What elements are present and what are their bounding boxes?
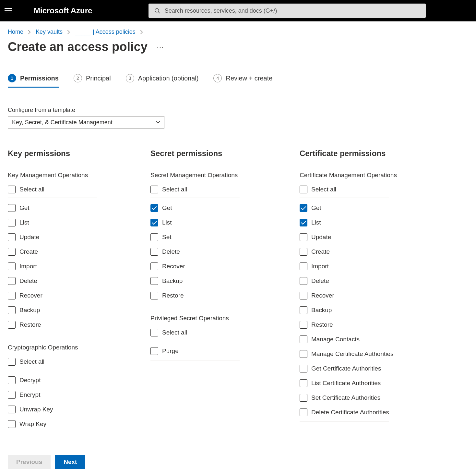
key-perm-checkbox[interactable] (8, 391, 16, 399)
cert-perm-checkbox[interactable] (300, 292, 307, 299)
secret-perm-row: Restore (150, 288, 249, 303)
secret-perm-checkbox[interactable] (150, 248, 158, 256)
cert-perm-checkbox[interactable] (300, 219, 307, 226)
key-perm-checkbox[interactable] (8, 219, 16, 226)
cert-perm-checkbox[interactable] (300, 262, 307, 270)
key-perm-checkbox[interactable] (8, 406, 16, 413)
svg-point-0 (155, 8, 159, 12)
wizard-step-2[interactable]: 2Principal (74, 74, 111, 87)
top-bar: Microsoft Azure (0, 0, 476, 21)
chevron-right-icon (28, 30, 31, 34)
key-perm-checkbox[interactable] (8, 233, 16, 241)
cert-perm-label: Update (311, 234, 331, 241)
wizard-step-1[interactable]: 1Permissions (8, 74, 59, 87)
secret-perm-label: Set (162, 234, 172, 241)
key-perm-row: Get (8, 201, 107, 215)
template-label: Configure from a template (8, 107, 468, 114)
step-number-icon: 4 (213, 74, 222, 82)
cert-perm-checkbox[interactable] (300, 248, 307, 256)
cert-perm-checkbox[interactable] (300, 233, 307, 241)
key-perm-label: Create (19, 248, 38, 255)
secret-perm-checkbox[interactable] (150, 262, 158, 270)
key-select-all-row: Select all (8, 183, 97, 198)
key-perm-checkbox[interactable] (8, 204, 16, 212)
wizard-step-4[interactable]: 4Review + create (213, 74, 272, 87)
cert-perm-checkbox[interactable] (300, 365, 307, 372)
secret-select-all-checkbox[interactable] (150, 329, 158, 336)
secret-perm-row: Get (150, 201, 249, 215)
key-perm-row: Recover (8, 288, 107, 303)
select-all-label: Select all (162, 186, 187, 193)
cert-perm-checkbox[interactable] (300, 321, 307, 329)
secret-perm-row: Backup (150, 274, 249, 288)
search-input[interactable] (165, 7, 420, 14)
key-perm-checkbox[interactable] (8, 248, 16, 256)
key-permissions-heading: Key permissions (8, 149, 150, 158)
key-perm-label: Recover (19, 292, 42, 299)
certificate-permissions-heading: Certificate permissions (300, 149, 449, 158)
template-select[interactable]: Key, Secret, & Certificate Management (8, 116, 164, 128)
key-perm-label: Backup (19, 307, 40, 314)
key-perm-checkbox[interactable] (8, 420, 16, 428)
previous-button[interactable]: Previous (8, 455, 51, 469)
cert-perm-checkbox[interactable] (300, 306, 307, 314)
cert-perm-checkbox[interactable] (300, 335, 307, 343)
cert-perm-row: Get (300, 201, 410, 215)
key-perm-row: Import (8, 259, 107, 274)
cert-perm-row: Get Certificate Authorities (300, 361, 410, 376)
secret-perm-checkbox[interactable] (150, 292, 158, 299)
secret-perm-checkbox[interactable] (150, 277, 158, 285)
secret-perm-checkbox[interactable] (150, 204, 158, 212)
next-button[interactable]: Next (55, 455, 85, 469)
key-select-all-checkbox[interactable] (8, 186, 16, 193)
cert-perm-label: Get (311, 204, 321, 212)
cert-perm-label: Manage Contacts (311, 336, 360, 343)
secret-perm-checkbox[interactable] (150, 347, 158, 355)
key-perm-label: Unwrap Key (19, 406, 53, 413)
key-perm-label: Get (19, 204, 30, 212)
global-search[interactable] (149, 4, 426, 18)
select-all-label: Select all (19, 358, 44, 365)
key-select-all-row: Select all (8, 356, 97, 370)
hamburger-menu-icon[interactable] (5, 6, 14, 15)
cert-perm-checkbox[interactable] (300, 408, 307, 416)
key-perm-row: Restore (8, 317, 107, 332)
secret-perm-checkbox[interactable] (150, 219, 158, 226)
cert-select-all-checkbox[interactable] (300, 186, 307, 193)
brand-label: Microsoft Azure (34, 6, 92, 15)
key-select-all-checkbox[interactable] (8, 358, 16, 366)
secret-select-all-checkbox[interactable] (150, 186, 158, 193)
chevron-right-icon (140, 30, 143, 34)
chevron-down-icon (156, 121, 160, 124)
key-perm-row: Wrap Key (8, 417, 107, 431)
key-perm-checkbox[interactable] (8, 262, 16, 270)
secret-perm-label: Purge (162, 347, 179, 355)
certificate-permissions-column: Certificate permissions Certificate Mana… (300, 149, 449, 431)
secret-perm-row: Delete (150, 244, 249, 259)
wizard-step-3[interactable]: 3Application (optional) (126, 74, 199, 87)
secret-perm-checkbox[interactable] (150, 233, 158, 241)
more-actions-icon[interactable]: ⋯ (157, 43, 164, 51)
cert-perm-checkbox[interactable] (300, 350, 307, 358)
step-number-icon: 1 (8, 74, 16, 82)
key-perm-checkbox[interactable] (8, 321, 16, 329)
divider (8, 334, 97, 334)
cert-perm-row: List (300, 215, 410, 230)
key-perm-checkbox[interactable] (8, 292, 16, 299)
select-all-label: Select all (162, 329, 187, 336)
cert-perm-row: Manage Contacts (300, 332, 410, 347)
cert-perm-checkbox[interactable] (300, 379, 307, 387)
breadcrumb-home[interactable]: Home (8, 29, 23, 35)
key-perm-checkbox[interactable] (8, 277, 16, 285)
key-perm-checkbox[interactable] (8, 306, 16, 314)
cert-perm-row: Update (300, 230, 410, 244)
cert-perm-checkbox[interactable] (300, 394, 307, 402)
cert-perm-label: Delete (311, 277, 329, 285)
cert-perm-checkbox[interactable] (300, 277, 307, 285)
cert-perm-checkbox[interactable] (300, 204, 307, 212)
breadcrumb-keyvaults[interactable]: Key vaults (36, 29, 63, 35)
key-group-title: Cryptographic Operations (8, 344, 150, 351)
key-perm-checkbox[interactable] (8, 376, 16, 384)
breadcrumb-access-policies[interactable]: _____ | Access policies (75, 29, 136, 35)
key-perm-row: Decrypt (8, 373, 107, 387)
